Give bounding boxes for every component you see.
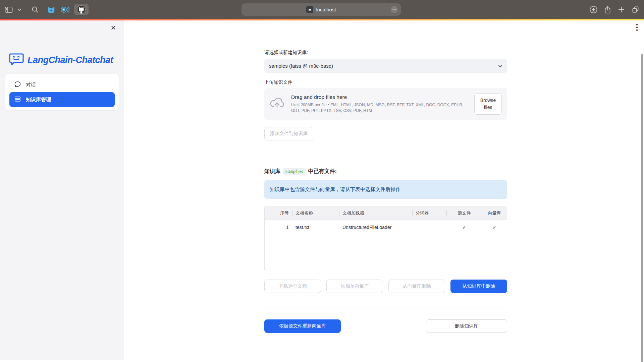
dropzone-limit: Limit 200MB per file • EML, HTML, JSON, … [291,102,466,114]
new-tab-icon[interactable] [618,6,625,13]
col-header-no[interactable]: 序号 [265,207,292,219]
tabs-overview-icon[interactable] [632,6,639,13]
delete-from-kb-button[interactable]: 从知识库中删除 [450,280,507,293]
cell-name: test.txt [292,220,339,235]
add-to-vectorstore-button[interactable]: 添加至向量库 [326,280,383,293]
info-alert: 知识库中包含源文件与向量库，请从下表中选择文件后操作 [264,180,507,199]
cell-no: 1 [265,220,292,235]
cell-source-check: ✓ [446,220,482,235]
kb-select[interactable]: samples (faiss @ m3e-base) [264,59,507,73]
browser-toolbar: localhost ⋯ [0,0,644,19]
delete-from-vectorstore-button[interactable]: 从向量库删除 [388,280,445,293]
rebuild-vectorstore-button[interactable]: 依据源文件重建向量库 [264,319,341,333]
content-column: 请选择或新建知识库: samples (faiss @ m3e-base) 上传… [264,20,507,333]
cloud-upload-icon [270,97,284,111]
url-bar[interactable]: localhost ⋯ [241,3,401,16]
url-text: localhost [316,7,336,12]
sidebar-item-label: 对话 [26,82,36,88]
chat-bubble-icon [14,81,21,89]
download-selected-button[interactable]: 下载选中文档 [264,280,321,293]
divider [264,308,507,308]
sidebar-item-kb-management[interactable]: 知识库管理 [9,92,115,107]
sidebar-item-label: 知识库管理 [26,97,51,103]
circles-extension-icon[interactable] [60,6,69,14]
kb-heading-suffix: 中已有文件: [308,168,337,175]
url-more-icon[interactable]: ⋯ [391,6,398,13]
cat-extension-icon[interactable] [47,5,56,14]
kb-name-code: samples [283,168,306,175]
sidebar-toggle-icon[interactable] [5,6,13,13]
info-alert-text: 知识库中包含源文件与向量库，请从下表中选择文件后操作 [270,186,400,193]
app-logo: LangChain-Chatchat [9,53,113,67]
main-menu-icon[interactable]: ••• [636,23,638,32]
table-header-row: 序号 文档名称 文档加载器 分词器 源文件 向量库 [265,207,507,220]
chevron-down-icon[interactable] [17,8,21,11]
kb-heading-prefix: 知识库 [264,168,280,175]
browse-files-button[interactable]: Browse files [474,93,502,115]
sidebar: ✕ LangChain-Chatchat 对话 [0,20,124,360]
screen: localhost ⋯ [0,0,644,362]
site-favicon [306,6,313,13]
kb-files-heading: 知识库 samples 中已有文件: [264,168,507,175]
add-files-to-kb-button[interactable]: 添加文件到知识库 [264,127,313,140]
cell-vector-check: ✓ [482,220,507,235]
dropzone-title: Drag and drop files here [291,94,474,100]
cell-loader: UnstructuredFileLoader [339,220,412,235]
col-header-name[interactable]: 文档名称 [292,207,339,219]
main-area: ••• 请选择或新建知识库: samples (faiss @ m3e-base… [124,20,644,362]
scrollbar[interactable] [641,54,643,362]
col-header-loader[interactable]: 文档加载器 [339,207,412,219]
divider [264,158,507,158]
upload-label: 上传知识文件 [264,79,507,85]
kb-files-table[interactable]: 序号 文档名称 文档加载器 分词器 源文件 向量库 1 test.txt Uns… [264,206,507,271]
col-header-source[interactable]: 源文件 [446,207,482,219]
download-icon[interactable] [590,6,597,13]
chevron-down-icon [498,63,502,69]
github-extension-icon[interactable] [74,4,89,15]
share-icon[interactable] [604,6,611,14]
logo-text: LangChain-Chatchat [28,55,113,65]
kb-select-label: 请选择或新建知识库: [264,50,507,56]
sidebar-nav: 对话 知识库管理 [5,74,119,110]
delete-kb-button[interactable]: 删除知识库 [426,319,507,333]
close-icon[interactable]: ✕ [109,24,117,32]
col-header-vector[interactable]: 向量库 [482,207,507,219]
search-icon[interactable] [32,6,39,13]
logo-chat-bubble-icon [9,53,24,67]
file-dropzone[interactable]: Drag and drop files here Limit 200MB per… [264,88,507,120]
kb-global-actions: 依据源文件重建向量库 删除知识库 [264,319,507,333]
database-icon [14,96,21,104]
file-actions: 下载选中文档 添加至向量库 从向量库删除 从知识库中删除 [264,280,507,293]
kb-select-value: samples (faiss @ m3e-base) [269,63,498,69]
col-header-splitter[interactable]: 分词器 [412,207,446,219]
table-row[interactable]: 1 test.txt UnstructuredFileLoader ✓ ✓ [265,220,507,235]
sidebar-item-chat[interactable]: 对话 [9,77,115,92]
cell-splitter [412,220,446,235]
